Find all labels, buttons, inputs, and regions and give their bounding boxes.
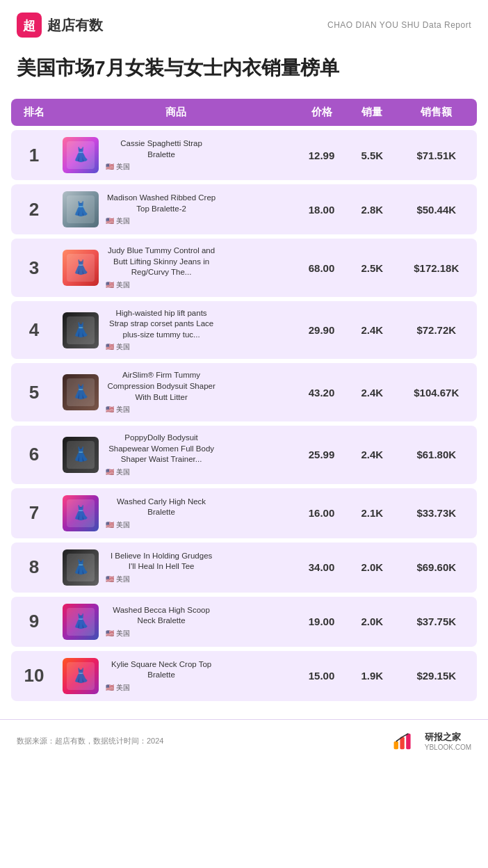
product-cell: 👗 I Believe In Holding Grudges I'll Heal… [57,542,295,593]
sales-cell: 2.4K [348,426,396,484]
yblook-logo-icon [393,731,421,752]
footer: 数据来源：超店有数，数据统计时间：2024 研报之家 YBLOOK.COM [0,719,488,760]
us-flag: 🇺🇸 美国 [106,280,130,290]
col-revenue: 销售额 [396,99,477,126]
footer-source-text: 数据来源：超店有数，数据统计时间：2024 [17,736,163,746]
svg-text:👗: 👗 [72,446,90,463]
table-row: 3 👗 Judy Blue Tummy Control and Butt Lif… [11,239,477,297]
product-image: 👗 [63,137,99,173]
sales-cell: 2.1K [348,488,396,538]
flag-area: 🇺🇸 美国 [106,280,217,290]
price-cell: 18.00 [295,184,348,234]
price-cell: 19.00 [295,597,348,647]
product-cell: 👗 Washed Becca High Scoop Neck Bralette … [57,597,295,647]
col-product: 商品 [57,99,295,126]
svg-text:👗: 👗 [72,558,90,575]
yblook-url: YBLOOK.COM [425,744,471,751]
flag-area: 🇺🇸 美国 [106,629,217,638]
price-cell: 34.00 [295,542,348,593]
product-name: High-waisted hip lift pants Strap strap … [106,308,217,341]
product-inner: 👗 Washed Becca High Scoop Neck Bralette … [63,604,289,640]
product-cell: 👗 Washed Carly High Neck Bralette 🇺🇸 美国 [57,488,295,538]
svg-text:👗: 👗 [72,504,90,521]
us-flag: 🇺🇸 美国 [106,574,130,584]
us-flag: 🇺🇸 美国 [106,405,130,415]
product-cell: 👗 AirSlim® Firm Tummy Compression Bodysu… [57,363,295,421]
us-flag: 🇺🇸 美国 [106,467,130,477]
product-info: Judy Blue Tummy Control and Butt Lifting… [106,246,217,290]
footer-logo-area: 研报之家 YBLOOK.COM [393,731,471,752]
sales-cell: 5.5K [348,130,396,180]
product-name: Kylie Square Neck Crop Top Bralette [106,659,217,681]
sales-cell: 1.9K [348,651,396,701]
product-inner: 👗 Kylie Square Neck Crop Top Bralette 🇺🇸… [63,658,289,694]
price-cell: 25.99 [295,426,348,484]
product-name: Washed Carly High Neck Bralette [106,497,217,518]
table-header-row: 排名 商品 价格 销量 销售额 [11,99,477,126]
sales-cell: 2.4K [348,301,396,360]
revenue-cell: $71.51K [396,130,477,180]
product-inner: 👗 Washed Carly High Neck Bralette 🇺🇸 美国 [63,495,289,531]
product-thumbnail-icon: 👗 [67,608,95,636]
svg-text:👗: 👗 [72,667,90,684]
rank-cell: 9 [11,597,57,647]
table-row: 2 👗 Madison Washed Ribbed Crep Top Brale… [11,184,477,234]
rank-number: 1 [29,145,39,166]
rank-cell: 5 [11,363,57,421]
product-image: 👗 [63,549,99,586]
rank-cell: 10 [11,651,57,701]
rank-cell: 6 [11,426,57,484]
price-cell: 43.20 [295,363,348,421]
rank-cell: 8 [11,542,57,593]
us-flag: 🇺🇸 美国 [106,629,130,638]
flag-area: 🇺🇸 美国 [106,342,217,352]
revenue-cell: $50.44K [396,184,477,234]
product-info: AirSlim® Firm Tummy Compression Bodysuit… [106,370,217,415]
svg-text:👗: 👗 [72,613,90,629]
svg-rect-23 [400,737,404,749]
flag-area: 🇺🇸 美国 [106,467,217,477]
product-thumbnail-icon: 👗 [67,441,95,469]
product-cell: 👗 PoppyDolly Bodysuit Shapewear Women Fu… [57,426,295,484]
revenue-cell: $104.67K [396,363,477,421]
product-name: PoppyDolly Bodysuit Shapewear Women Full… [106,433,217,465]
flag-area: 🇺🇸 美国 [106,162,217,172]
rank-cell: 2 [11,184,57,234]
table-row: 8 👗 I Believe In Holding Grudges I'll He… [11,542,477,593]
sales-cell: 2.0K [348,597,396,647]
price-cell: 29.90 [295,301,348,360]
col-rank: 排名 [11,99,57,126]
product-thumbnail-icon: 👗 [67,378,95,406]
product-image: 👗 [63,658,99,694]
product-inner: 👗 Judy Blue Tummy Control and Butt Lifti… [63,246,289,290]
product-thumbnail-icon: 👗 [67,499,95,527]
product-image: 👗 [63,495,99,531]
rank-number: 3 [29,257,39,278]
product-name: Washed Becca High Scoop Neck Bralette [106,605,217,627]
rank-number: 5 [29,382,39,403]
table-row: 1 👗 Cassie Spaghetti Strap Bralette 🇺🇸 美… [11,130,477,180]
yblook-name: 研报之家 [425,731,471,744]
revenue-cell: $29.15K [396,651,477,701]
revenue-cell: $33.73K [396,488,477,538]
rankings-table: 排名 商品 价格 销量 销售额 1 👗 Cassie Spa [11,95,477,705]
rank-cell: 1 [11,130,57,180]
sales-cell: 2.8K [348,184,396,234]
us-flag: 🇺🇸 美国 [106,520,130,530]
product-image: 👗 [63,437,99,473]
product-info: Cassie Spaghetti Strap Bralette 🇺🇸 美国 [106,138,217,172]
col-sales: 销量 [348,99,396,126]
table-row: 7 👗 Washed Carly High Neck Bralette 🇺🇸 美… [11,488,477,538]
header: 超 超店有数 CHAO DIAN YOU SHU Data Report [0,0,488,45]
rank-number: 9 [29,611,39,632]
revenue-cell: $69.60K [396,542,477,593]
rank-cell: 3 [11,239,57,297]
revenue-cell: $172.18K [396,239,477,297]
product-info: PoppyDolly Bodysuit Shapewear Women Full… [106,433,217,477]
svg-text:👗: 👗 [72,259,90,275]
product-inner: 👗 PoppyDolly Bodysuit Shapewear Women Fu… [63,433,289,477]
product-inner: 👗 AirSlim® Firm Tummy Compression Bodysu… [63,370,289,415]
us-flag: 🇺🇸 美国 [106,683,130,693]
price-cell: 15.00 [295,651,348,701]
product-inner: 👗 High-waisted hip lift pants Strap stra… [63,308,289,353]
